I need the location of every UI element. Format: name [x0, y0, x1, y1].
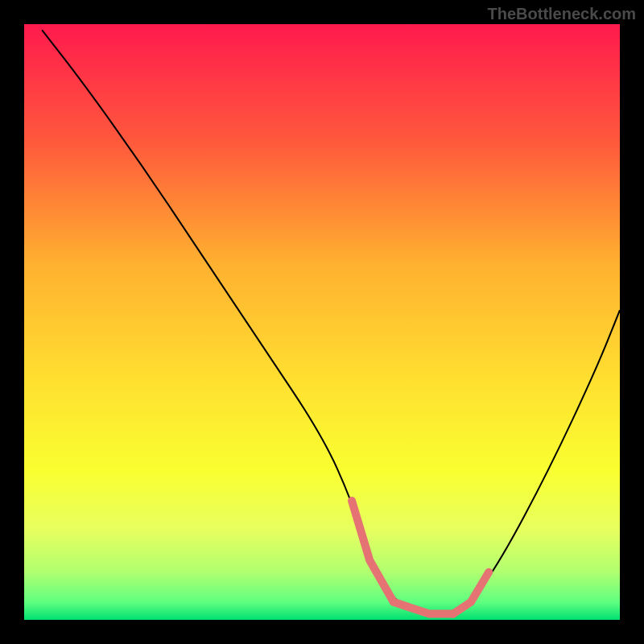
chart-svg [24, 24, 620, 620]
watermark-text: TheBottleneck.com [488, 5, 636, 23]
gradient-background [24, 24, 620, 620]
plot-frame [24, 24, 620, 620]
